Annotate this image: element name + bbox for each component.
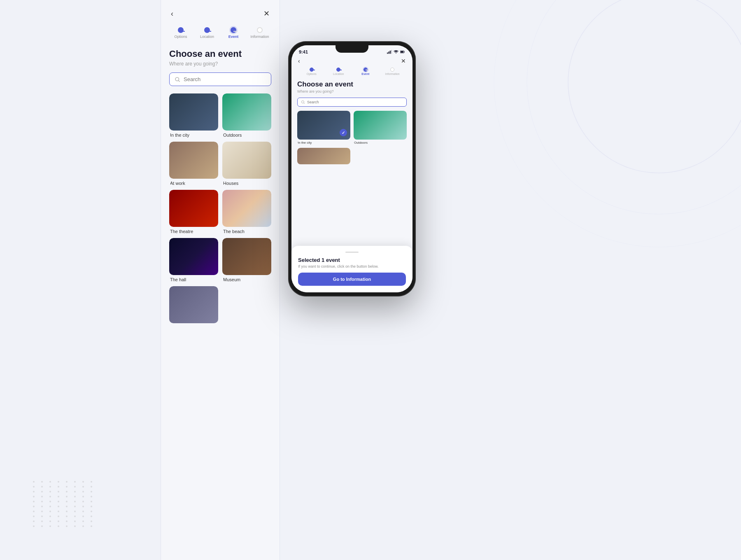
svg-line-13	[304, 103, 305, 104]
phone-step-label-options: Options	[307, 72, 317, 75]
desktop-event-card-2[interactable]: At work	[169, 142, 218, 186]
phone-step-information: Information	[379, 68, 406, 75]
dot-grid-decoration: const dg = document.currentScript.parent…	[33, 481, 96, 527]
svg-point-3	[175, 77, 179, 81]
signal-icon	[387, 49, 392, 54]
svg-rect-8	[391, 50, 392, 54]
phone-close-button[interactable]: ✕	[401, 58, 406, 64]
phone-search-container[interactable]	[297, 98, 407, 107]
phone-step-label-location: Location	[333, 72, 344, 75]
phone-content: ‹ ✕ Options Location	[291, 55, 412, 292]
phone-step-circle-location	[336, 68, 340, 72]
step-location: Location	[194, 27, 220, 39]
page-title: Choose an event	[169, 49, 271, 59]
phone-step-circle-information	[390, 68, 394, 72]
search-icon	[175, 77, 180, 82]
desktop-event-label-4: The theatre	[169, 227, 218, 234]
panel-topbar: ‹ ✕	[161, 0, 280, 24]
sheet-subtitle: If you want to continue, click on the bu…	[298, 264, 406, 268]
desktop-event-img-3	[222, 142, 271, 179]
desktop-event-card-4[interactable]: The theatre	[169, 190, 218, 234]
search-container[interactable]	[169, 72, 271, 86]
phone-event-card-partial[interactable]	[297, 148, 350, 164]
selected-check-city	[340, 129, 347, 136]
step-circle-location	[204, 27, 210, 33]
phone-step-event: Event	[352, 68, 379, 75]
phone-step-location: Location	[325, 68, 352, 75]
step-label-options: Options	[174, 35, 187, 39]
phone-event-grid: In the city Outdoors	[297, 111, 407, 164]
phone-notch	[336, 45, 368, 53]
step-options: Options	[168, 27, 194, 39]
phone-step-label-event: Event	[361, 72, 369, 75]
sheet-handle	[345, 252, 359, 253]
desktop-event-label-3: Houses	[222, 179, 271, 186]
svg-rect-5	[387, 53, 388, 54]
event-grid: In the cityOutdoorsAt workHousesThe thea…	[169, 93, 271, 325]
desktop-event-card-7[interactable]: Museum	[222, 238, 271, 282]
phone-search-input[interactable]	[307, 100, 403, 104]
status-time: 9:41	[299, 49, 308, 54]
back-button[interactable]: ‹	[169, 8, 175, 20]
desktop-event-card-8[interactable]	[169, 286, 218, 325]
svg-point-0	[568, 0, 741, 173]
step-information: Information	[247, 27, 273, 39]
step-event: Event	[220, 27, 247, 39]
desktop-event-label-0: In the city	[169, 131, 218, 138]
phone-step-circle-options	[310, 68, 314, 72]
phone-event-img-outdoors	[354, 111, 407, 140]
desktop-event-card-6[interactable]: The hall	[169, 238, 218, 282]
desktop-event-label-8	[169, 323, 218, 325]
go-to-information-button[interactable]: Go to Information	[298, 273, 406, 286]
svg-line-4	[178, 80, 179, 82]
phone-back-button[interactable]: ‹	[298, 58, 300, 64]
phone-screen: 9:41	[291, 45, 412, 292]
desktop-event-label-2: At work	[169, 179, 218, 186]
step-indicator: Options Location Event Information	[161, 24, 280, 44]
search-input[interactable]	[184, 76, 266, 82]
step-circle-information	[257, 27, 263, 33]
phone-step-label-information: Information	[385, 72, 400, 75]
svg-point-12	[302, 101, 304, 103]
phone-mockup: 9:41	[288, 41, 416, 296]
bg-decoration	[370, 0, 741, 371]
desktop-event-card-0[interactable]: In the city	[169, 93, 218, 138]
desktop-event-card-5[interactable]: The beach	[222, 190, 271, 234]
phone-step-indicator: Options Location Event	[291, 66, 412, 79]
desktop-event-label-1: Outdoors	[222, 131, 271, 138]
desktop-event-card-3[interactable]: Houses	[222, 142, 271, 186]
page-subtitle: Where are you going?	[169, 61, 271, 67]
phone-event-label-outdoors: Outdoors	[354, 140, 407, 145]
svg-point-9	[396, 53, 396, 54]
phone-step-options: Options	[298, 68, 325, 75]
bottom-sheet: Selected 1 event If you want to continue…	[291, 246, 412, 292]
phone-page-title: Choose an event	[297, 80, 407, 89]
desktop-event-img-1	[222, 93, 271, 131]
phone-page-subtitle: Where are you going?	[297, 89, 407, 93]
step-label-event: Event	[228, 35, 239, 39]
status-icons	[387, 49, 405, 54]
desktop-panel: ‹ ✕ Options Location Event Info	[161, 0, 280, 560]
battery-icon	[400, 49, 405, 54]
desktop-event-img-2	[169, 142, 218, 179]
svg-point-2	[494, 0, 741, 247]
step-label-information: Information	[250, 35, 269, 39]
phone-search-icon	[301, 100, 305, 104]
desktop-event-img-4	[169, 190, 218, 227]
svg-point-1	[527, 0, 741, 214]
phone-topbar: ‹ ✕	[291, 55, 412, 66]
desktop-event-card-1[interactable]: Outdoors	[222, 93, 271, 138]
phone-event-card-outdoors[interactable]: Outdoors	[354, 111, 407, 145]
phone-shell: 9:41	[288, 41, 416, 296]
desktop-event-img-5	[222, 190, 271, 227]
svg-rect-11	[401, 51, 403, 53]
svg-rect-7	[390, 51, 391, 54]
desktop-event-img-8	[169, 286, 218, 323]
panel-content: Choose an event Where are you going? In …	[161, 44, 280, 560]
desktop-event-label-5: The beach	[222, 227, 271, 234]
desktop-event-label-6: The hall	[169, 275, 218, 282]
phone-event-card-city[interactable]: In the city	[297, 111, 350, 145]
wifi-icon	[394, 49, 398, 54]
close-button[interactable]: ✕	[262, 7, 271, 20]
desktop-event-img-7	[222, 238, 271, 275]
